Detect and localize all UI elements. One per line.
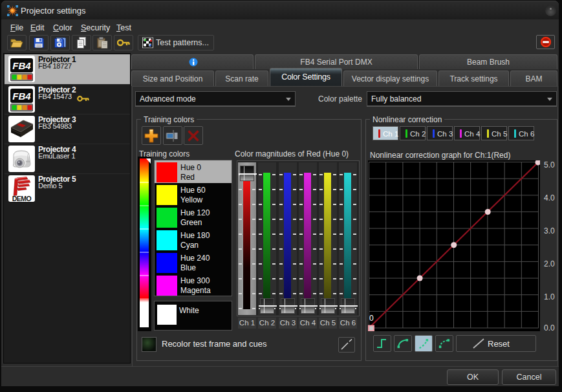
svg-text:FB4: FB4 <box>12 91 31 102</box>
svg-text:DEMO: DEMO <box>12 195 32 202</box>
svg-text:FB4: FB4 <box>12 60 31 71</box>
